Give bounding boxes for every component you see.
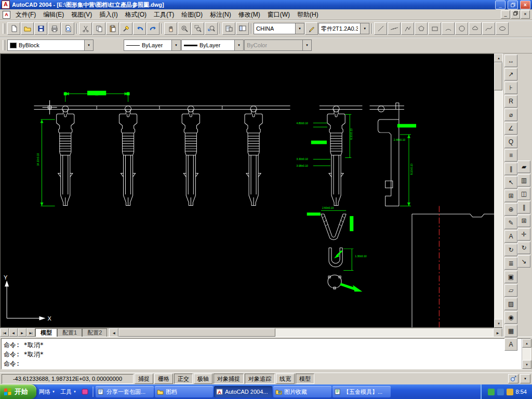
offset-button[interactable]: ∥ xyxy=(517,201,530,214)
angular-dimension-button[interactable]: ∠ xyxy=(504,122,517,135)
menu-modify[interactable]: 修改(M) xyxy=(235,10,264,20)
make-block-button[interactable]: ▣ xyxy=(504,271,517,283)
linear-dimension-button[interactable]: ↔ xyxy=(504,55,517,67)
properties-button[interactable] xyxy=(222,22,235,35)
ellipse-button[interactable] xyxy=(496,22,509,35)
toolbar-grip[interactable] xyxy=(3,40,5,50)
radius-dimension-button[interactable]: R xyxy=(504,95,517,108)
toolbar-grip[interactable] xyxy=(3,23,5,34)
tray-antivirus-icon[interactable] xyxy=(488,389,495,395)
pan-button[interactable] xyxy=(164,22,177,35)
line-button[interactable] xyxy=(374,22,387,35)
table-button[interactable]: ▦ xyxy=(504,325,517,337)
task-button-hardware-mold[interactable]: 【五金模具】... xyxy=(332,386,391,397)
scroll-up-icon[interactable]: ▲ xyxy=(522,339,531,348)
zoom-realtime-button[interactable] xyxy=(178,22,191,35)
mdi-minimize-button[interactable]: _ xyxy=(501,10,510,19)
mdi-close-button[interactable]: × xyxy=(521,10,530,19)
mdi-restore-button[interactable] xyxy=(511,10,520,19)
command-scrollbar[interactable]: ▲ ▼ xyxy=(522,339,530,369)
menu-window[interactable]: 窗口(W) xyxy=(264,10,294,20)
toggle-snap[interactable]: 捕捉 xyxy=(135,374,153,384)
aligned-dimension-button[interactable]: ↗ xyxy=(504,68,517,81)
task-button-pictures[interactable]: 图片收藏 xyxy=(273,386,331,397)
vertical-scrollbar[interactable]: ▲ ▼ xyxy=(494,54,502,328)
menu-view[interactable]: 视图(V) xyxy=(68,10,96,20)
horizontal-scrollbar[interactable]: ◀ ▶ xyxy=(109,328,502,337)
zoom-previous-button[interactable] xyxy=(205,22,218,35)
quick-dimension-button[interactable]: Q xyxy=(504,136,517,148)
chevron-down-icon[interactable]: ▼ xyxy=(295,23,304,34)
task-button-folder-tuc[interactable]: 图档 xyxy=(155,386,213,397)
command-history[interactable]: 命令: *取消* 命令: *取消* 命令: xyxy=(2,339,522,369)
minimize-button[interactable]: _ xyxy=(495,1,506,9)
undo-button[interactable] xyxy=(133,22,146,35)
toggle-polar[interactable]: 极轴 xyxy=(194,374,212,384)
close-button[interactable]: × xyxy=(520,1,530,9)
tab-prev-button[interactable]: ◀ xyxy=(9,328,18,337)
toggle-osnap[interactable]: 对象捕捉 xyxy=(214,374,244,384)
rectangle-button[interactable] xyxy=(428,22,441,35)
spline-button[interactable] xyxy=(482,22,495,35)
vertical-scroll-thumb[interactable] xyxy=(494,62,502,90)
quicklaunch-network[interactable]: 网络 ▼ xyxy=(36,388,58,396)
quicklaunch-media-button[interactable] xyxy=(79,389,91,395)
new-button[interactable] xyxy=(7,22,20,35)
tolerance-button[interactable]: ⊞ xyxy=(504,190,517,202)
menu-tools[interactable]: 工具(T) xyxy=(150,10,178,20)
status-tray-arrow-button[interactable]: ▼ xyxy=(520,374,530,383)
redo-button[interactable] xyxy=(147,22,159,35)
copy-object-button[interactable]: ▥ xyxy=(517,174,530,187)
erase-button[interactable]: ▰ xyxy=(517,161,530,173)
mdi-document-icon[interactable]: A xyxy=(3,11,10,19)
menu-format[interactable]: 格式(O) xyxy=(122,10,150,20)
vertical-scroll-track[interactable] xyxy=(494,62,502,319)
menu-dimension[interactable]: 标注(N) xyxy=(206,10,235,20)
toggle-grid[interactable]: 栅格 xyxy=(154,374,173,384)
diameter-dimension-button[interactable]: ⌀ xyxy=(504,109,517,121)
toggle-ortho[interactable]: 正交 xyxy=(174,374,193,384)
center-mark-button[interactable]: ⊕ xyxy=(504,203,517,216)
text-button[interactable]: A xyxy=(504,338,517,351)
part-name-combo[interactable]: 零件2T1.2A0.3 ▼ xyxy=(318,23,369,34)
chevron-down-icon[interactable]: ▼ xyxy=(73,390,76,393)
dimension-text-edit-button[interactable]: A xyxy=(504,230,517,243)
toggle-lineweight[interactable]: 线宽 xyxy=(276,374,295,384)
task-button-share[interactable]: 分享一套包圆... xyxy=(96,386,154,397)
menu-insert[interactable]: 插入(I) xyxy=(96,10,121,20)
command-scroll-track[interactable] xyxy=(522,348,530,360)
region-button[interactable]: ◉ xyxy=(504,311,517,324)
save-button[interactable] xyxy=(34,22,47,35)
tab-next-button[interactable]: ▶ xyxy=(18,328,26,337)
start-button[interactable]: 开始 xyxy=(0,384,36,399)
menu-help[interactable]: 帮助(H) xyxy=(294,10,322,20)
task-button-autocad[interactable]: A AutoCAD 2004... xyxy=(214,386,272,397)
linetype-combo[interactable]: ByLayer ▼ xyxy=(124,39,181,51)
communication-center-button[interactable] xyxy=(508,374,518,383)
arc-button[interactable] xyxy=(442,22,455,35)
continue-dimension-button[interactable]: ∥ xyxy=(504,163,517,175)
tab-layout2[interactable]: 配置2 xyxy=(82,328,107,337)
drawing-canvas[interactable]: 4.80±0.10 2.48±0.10 3.30±0.10 3.98±0.10 … xyxy=(0,54,494,328)
tab-model[interactable]: 模型 xyxy=(35,328,57,337)
scroll-left-icon[interactable]: ◀ xyxy=(109,328,118,337)
hatch-button[interactable]: ▨ xyxy=(504,298,517,310)
tray-volume-icon[interactable] xyxy=(507,389,513,395)
tray-network-icon[interactable] xyxy=(497,389,504,395)
open-button[interactable] xyxy=(21,22,34,35)
toggle-otrack[interactable]: 对象追踪 xyxy=(245,374,275,384)
quick-leader-button[interactable]: ↖ xyxy=(504,176,517,189)
scroll-down-icon[interactable]: ▼ xyxy=(522,360,531,369)
dim-style-edit-button[interactable] xyxy=(305,22,318,35)
construction-line-button[interactable] xyxy=(388,22,401,35)
ordinate-dimension-button[interactable]: ⊦ xyxy=(504,82,517,94)
chevron-down-icon[interactable]: ▼ xyxy=(360,23,369,34)
dim-style-combo[interactable]: CHINA ▼ xyxy=(254,23,304,34)
clock[interactable]: 8:54 xyxy=(516,389,527,395)
circle-button[interactable] xyxy=(455,22,468,35)
paste-button[interactable] xyxy=(106,22,119,35)
rotate-button[interactable]: ↻ xyxy=(517,242,530,254)
dimension-update-button[interactable]: ↻ xyxy=(504,244,517,256)
polygon-button[interactable] xyxy=(415,22,428,35)
dimension-style-button[interactable]: ≣ xyxy=(504,257,517,270)
